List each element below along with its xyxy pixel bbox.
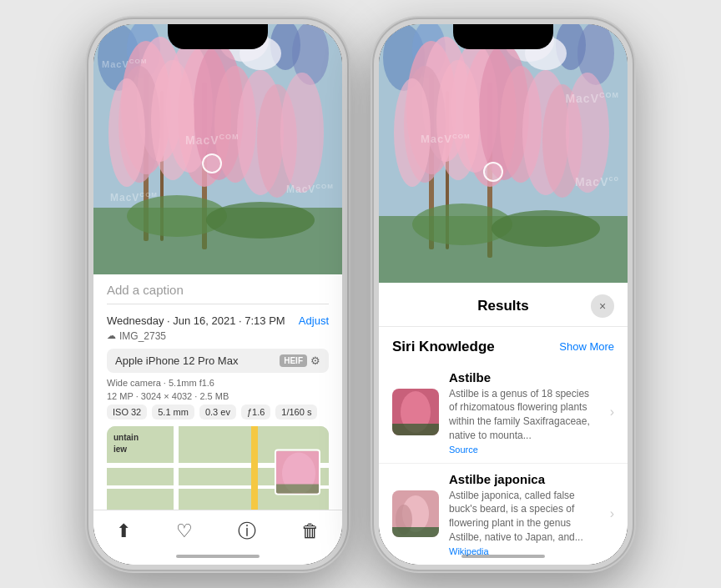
- flower-image-1: MacVCOM MacVCOM MacVCOM MacVCOM: [93, 24, 342, 274]
- astilbe-name: Astilbe: [449, 370, 600, 384]
- filename: IMG_2735: [119, 330, 166, 342]
- map-road-v1: [174, 426, 179, 510]
- photo-date: Wednesday · Jun 16, 2021 · 7:13 PM: [107, 314, 285, 327]
- info-icon[interactable]: ⓘ: [238, 519, 256, 544]
- device-badges: HEIF ⚙: [280, 354, 320, 367]
- trash-icon[interactable]: 🗑: [301, 520, 320, 542]
- knowledge-card-astilbe[interactable]: Astilbe Astilbe is a genus of 18 species…: [379, 362, 628, 464]
- astilbe-thumb: [392, 389, 439, 435]
- svg-rect-27: [276, 484, 320, 495]
- photo-info-panel: Add a caption Wednesday · Jun 16, 2021 ·…: [93, 274, 342, 510]
- svg-point-44: [394, 78, 431, 187]
- map-highway: [251, 426, 258, 510]
- phone-1-inner: MacVCOM MacVCOM MacVCOM MacVCOM Add a ca…: [93, 24, 342, 565]
- exif-focal: 5.1 mm: [152, 405, 194, 420]
- exif-ev: 0.3 ev: [199, 405, 236, 420]
- japonica-desc: Astilbe japonica, called false buck's be…: [449, 489, 600, 545]
- svg-point-49: [566, 73, 609, 193]
- show-more-button[interactable]: Show More: [559, 340, 614, 353]
- notch-1: [168, 24, 268, 49]
- results-panel: Results × Siri Knowledge Show More: [379, 283, 628, 565]
- japonica-name: Astilbe japonica: [449, 472, 600, 486]
- visual-search-target-2: [483, 162, 503, 182]
- astilbe-source: Source: [449, 445, 600, 455]
- japonica-thumb: [392, 490, 439, 537]
- svg-rect-55: [392, 424, 439, 435]
- home-indicator-1: [176, 555, 260, 558]
- settings-icon: ⚙: [310, 354, 320, 367]
- map-label-view: iew: [113, 445, 127, 454]
- map-label-mountain: untain: [113, 433, 139, 442]
- astilbe-desc: Astilbe is a genus of 18 species of rhiz…: [449, 387, 600, 443]
- svg-point-47: [436, 60, 480, 180]
- phone-2: MacVCOM MacVco MacVCOM Results × Si: [374, 19, 633, 570]
- svg-point-21: [280, 73, 324, 193]
- results-title: Results: [416, 298, 591, 314]
- home-indicator-2: [461, 555, 545, 558]
- camera-specs: Wide camera · 5.1mm f1.6: [107, 378, 329, 388]
- astilbe-chevron: ›: [610, 405, 614, 420]
- date-row: Wednesday · Jun 16, 2021 · 7:13 PM Adjus…: [107, 314, 329, 327]
- japonica-info: Astilbe japonica Astilbe japonica, calle…: [449, 472, 600, 556]
- screen-1: MacVCOM MacVCOM MacVCOM MacVCOM Add a ca…: [93, 24, 342, 565]
- cloud-icon: ☁: [107, 330, 116, 341]
- screen-2: MacVCOM MacVco MacVCOM Results × Si: [379, 24, 628, 565]
- map-pseudo: untain iew: [107, 426, 329, 510]
- japonica-chevron: ›: [610, 506, 614, 521]
- device-name: Apple iPhone 12 Pro Max: [115, 354, 238, 367]
- filename-row: ☁ IMG_2735: [107, 330, 329, 342]
- phones-container: MacVCOM MacVCOM MacVCOM MacVCOM Add a ca…: [0, 0, 721, 588]
- resolution-specs: 12 MP · 3024 × 4032 · 2.5 MB: [107, 391, 329, 401]
- device-row: Apple iPhone 12 Pro Max HEIF ⚙: [107, 349, 329, 373]
- exif-shutter: 1/160 s: [275, 405, 317, 420]
- exif-row: ISO 32 5.1 mm 0.3 ev ƒ1.6 1/160 s: [107, 405, 329, 420]
- results-header: Results ×: [379, 283, 628, 327]
- siri-knowledge-title: Siri Knowledge: [392, 339, 495, 355]
- caption-field[interactable]: Add a caption: [107, 283, 329, 304]
- phone-1: MacVCOM MacVCOM MacVCOM MacVCOM Add a ca…: [88, 19, 347, 570]
- adjust-button[interactable]: Adjust: [299, 314, 329, 327]
- notch-2: [453, 24, 553, 49]
- map-container[interactable]: untain iew: [107, 426, 329, 510]
- share-icon[interactable]: ⬆: [116, 520, 131, 542]
- svg-point-16: [108, 78, 145, 187]
- siri-knowledge-header: Siri Knowledge Show More: [379, 327, 628, 362]
- exif-iso: ISO 32: [107, 405, 147, 420]
- astilbe-info: Astilbe Astilbe is a genus of 18 species…: [449, 370, 600, 455]
- svg-point-52: [492, 210, 600, 247]
- flower-image-2: MacVCOM MacVco MacVCOM: [379, 24, 628, 283]
- heart-icon[interactable]: ♡: [176, 520, 193, 542]
- visual-search-target: [202, 153, 222, 173]
- map-photo-thumb: [275, 449, 320, 495]
- results-close-button[interactable]: ×: [591, 294, 614, 318]
- svg-rect-59: [392, 527, 439, 537]
- heif-badge: HEIF: [280, 354, 307, 367]
- knowledge-card-japonica[interactable]: Astilbe japonica Astilbe japonica, calle…: [379, 464, 628, 565]
- phone-2-inner: MacVCOM MacVco MacVCOM Results × Si: [379, 24, 628, 565]
- svg-point-24: [206, 202, 315, 239]
- exif-aperture: ƒ1.6: [241, 405, 270, 420]
- svg-point-19: [151, 60, 194, 180]
